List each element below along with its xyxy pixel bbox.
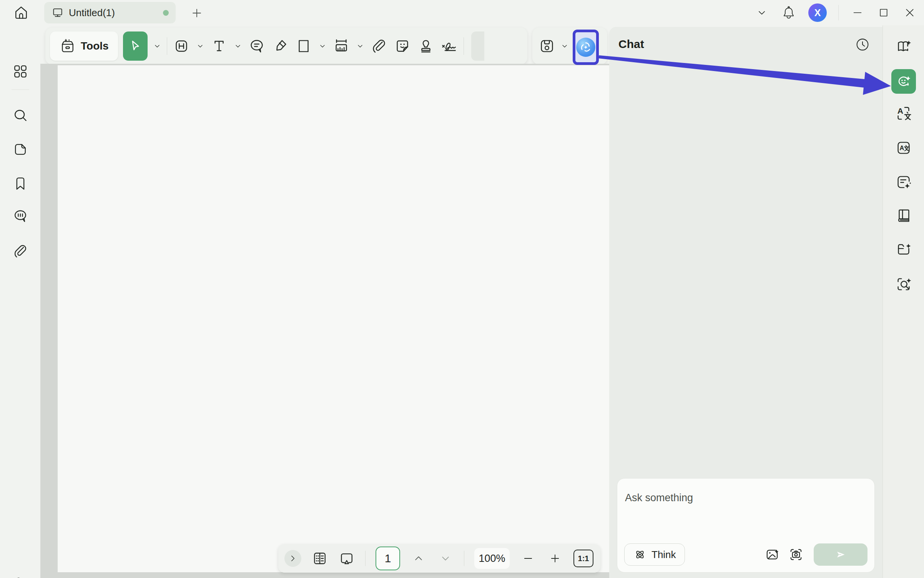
toolbox-icon: [59, 38, 76, 55]
sidebar-divider: [12, 89, 29, 90]
summary-sparkle-icon: [895, 173, 912, 191]
ai-assistant-highlight-box: [573, 30, 599, 65]
notifications-bell-icon[interactable]: [781, 5, 797, 21]
page-number-input[interactable]: 1: [376, 547, 400, 570]
toolbar-divider: [464, 37, 464, 55]
tab-display-icon: [51, 6, 64, 19]
two-page-view-icon: [311, 550, 328, 567]
clock-history-icon: [854, 36, 871, 53]
rail-item-ai-chat-active[interactable]: [891, 69, 916, 94]
bookmark-icon: [12, 175, 29, 192]
stamp-icon: [417, 37, 435, 55]
zoom-out-button[interactable]: [520, 550, 537, 567]
chevron-up-icon: [412, 552, 425, 565]
stamp-tool[interactable]: [417, 35, 435, 58]
minimize-button[interactable]: [850, 5, 865, 20]
rail-item-ai-summary[interactable]: [894, 173, 913, 191]
minus-icon: [522, 552, 535, 565]
previous-page-button[interactable]: [410, 550, 427, 567]
rail-item-ai-read-book[interactable]: [894, 37, 913, 55]
brand-swatches-icon: [12, 574, 29, 578]
measure-chevron[interactable]: [356, 35, 365, 58]
next-page-button[interactable]: [437, 550, 454, 567]
zoom-in-button[interactable]: [547, 550, 563, 567]
titlebar-divider: [838, 5, 839, 20]
svg-text:A: A: [897, 106, 903, 115]
attachment-tool[interactable]: [370, 35, 388, 58]
signature-icon: [440, 37, 459, 55]
user-avatar[interactable]: X: [808, 3, 827, 22]
add-image-button[interactable]: [763, 545, 781, 564]
toolbar-divider: [167, 37, 167, 55]
search-sparkle-icon: [895, 275, 912, 293]
sidebar-item-pages[interactable]: [12, 141, 29, 158]
add-text-chevron[interactable]: [233, 35, 243, 58]
toolbar-overflow-item[interactable]: [471, 31, 484, 61]
maximize-button[interactable]: [876, 5, 891, 20]
save-button[interactable]: [538, 35, 556, 58]
chat-input[interactable]: [625, 486, 867, 509]
send-icon: [834, 548, 848, 561]
page-layout-button[interactable]: [311, 550, 328, 567]
tab-title: Untitled(1): [69, 7, 158, 19]
search-icon: [12, 107, 29, 124]
camera-scan-icon: [788, 547, 804, 563]
paperclip-icon: [12, 243, 29, 260]
actual-size-button[interactable]: 1:1: [573, 550, 593, 567]
image-sparkle-icon: [764, 547, 780, 563]
left-sidebar: [0, 25, 40, 578]
select-tool-button[interactable]: [123, 31, 148, 61]
cursor-icon: [128, 39, 143, 53]
plus-icon: [190, 7, 203, 20]
document-page[interactable]: [58, 65, 609, 572]
edit-header-tool[interactable]: [172, 35, 191, 58]
select-tool-chevron[interactable]: [153, 35, 162, 58]
rail-item-side-reader[interactable]: [894, 207, 913, 225]
close-button[interactable]: [902, 5, 917, 20]
shapes-tool[interactable]: [294, 35, 313, 58]
think-toggle-button[interactable]: Think: [624, 543, 685, 566]
new-tab-button[interactable]: [189, 5, 204, 21]
edit-header-chevron[interactable]: [196, 35, 205, 58]
add-text-tool[interactable]: [210, 35, 228, 58]
ai-assistant-icon-highlighted[interactable]: [576, 38, 595, 57]
translate-text-icon: A: [895, 105, 912, 123]
sidebar-item-comments[interactable]: [12, 207, 29, 225]
rail-item-ai-folder[interactable]: [894, 240, 913, 259]
presenter-screen-icon: [338, 550, 355, 567]
sidebar-item-search[interactable]: [12, 107, 29, 124]
sidebar-item-attachments[interactable]: [12, 242, 29, 260]
rail-item-translate-document[interactable]: A: [894, 139, 913, 157]
titlebar-chevron-down-icon[interactable]: [754, 5, 769, 20]
presentation-mode-button[interactable]: [338, 550, 355, 567]
expand-panel-button[interactable]: [284, 550, 301, 567]
atom-think-icon: [633, 548, 647, 561]
rail-item-translate-text[interactable]: A: [894, 104, 913, 123]
apps-grid-icon: [12, 63, 29, 80]
comment-tool[interactable]: [248, 35, 266, 58]
shapes-chevron[interactable]: [318, 35, 327, 58]
zoom-level-value[interactable]: 100%: [474, 548, 510, 569]
chat-history-button[interactable]: [853, 35, 872, 54]
sidebar-brand-button[interactable]: [12, 574, 29, 578]
svg-text:A: A: [899, 144, 904, 151]
sidebar-item-apps[interactable]: [12, 63, 29, 80]
screenshot-button[interactable]: [787, 545, 805, 564]
ai-chat-smiley-icon: [895, 73, 912, 90]
sidebar-item-bookmarks[interactable]: [12, 175, 29, 192]
ruler-icon: [332, 37, 350, 55]
send-button[interactable]: [814, 543, 867, 566]
home-button[interactable]: [12, 3, 31, 22]
sticker-tool[interactable]: [393, 35, 412, 58]
title-bar: Untitled(1) X: [0, 0, 924, 25]
measure-tool[interactable]: [332, 35, 351, 58]
paperclip-icon: [370, 37, 388, 55]
document-tab[interactable]: Untitled(1): [44, 2, 176, 23]
signature-tool[interactable]: [440, 35, 459, 58]
save-chevron[interactable]: [560, 35, 569, 58]
tools-button[interactable]: Tools: [50, 31, 118, 61]
highlighter-tool[interactable]: [271, 35, 289, 58]
bottom-toolbar: 1 100% 1:1: [278, 544, 600, 573]
rail-item-ai-search[interactable]: [894, 275, 913, 293]
folder-sparkle-icon: [895, 241, 912, 258]
